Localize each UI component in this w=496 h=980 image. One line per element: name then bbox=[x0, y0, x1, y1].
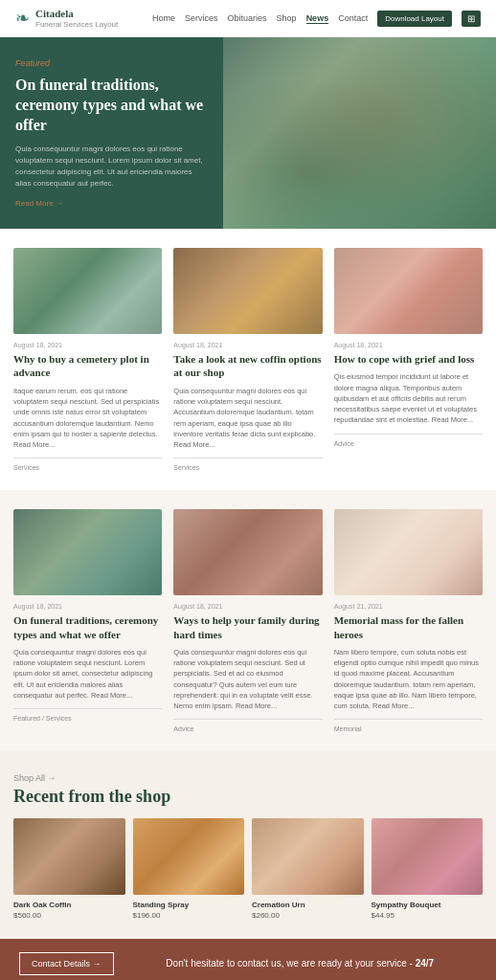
shop-section: Shop All → Recent from the shop Dark Oak… bbox=[0, 751, 496, 938]
article-title-5[interactable]: Ways to help your family during hard tim… bbox=[173, 613, 322, 641]
article-divider-5 bbox=[173, 719, 322, 720]
article-divider-3 bbox=[334, 434, 483, 434]
nav-cta-button[interactable]: Download Layout bbox=[377, 11, 452, 27]
article-card-1: August 18, 2021 Why to buy a cemetery pl… bbox=[13, 248, 162, 471]
shop-item-name-2: Standing Spray bbox=[133, 901, 245, 910]
contact-highlight: 24/7 bbox=[416, 958, 434, 969]
article-title-1[interactable]: Why to buy a cemetery plot in advance bbox=[13, 352, 162, 380]
featured-hero: Featured On funeral traditions, ceremony… bbox=[0, 37, 496, 229]
nav-search-icon[interactable]: ⊞ bbox=[462, 11, 481, 27]
article-title-4[interactable]: On funeral traditions, ceremony types an… bbox=[13, 613, 162, 641]
article-excerpt-4: Quia consequuntur magni dolores eos qui … bbox=[13, 647, 162, 701]
nav-shop[interactable]: Shop bbox=[277, 13, 297, 23]
shop-item-1[interactable]: Dark Oak Coffin $560.00 bbox=[13, 818, 125, 919]
nav-home[interactable]: Home bbox=[152, 13, 175, 23]
shop-grid: Dark Oak Coffin $560.00 Standing Spray $… bbox=[13, 818, 483, 919]
article-date-2: August 18, 2021 bbox=[173, 342, 322, 348]
article-divider-1 bbox=[13, 457, 162, 458]
nav-services[interactable]: Services bbox=[185, 13, 218, 23]
article-excerpt-1: Itaque earum rerum. eos qui ratione volu… bbox=[13, 386, 162, 451]
article-tag-5[interactable]: Advice bbox=[173, 725, 322, 732]
article-image-5 bbox=[173, 509, 322, 595]
contact-message-text: Don't hesitate to contact us, we are rea… bbox=[166, 958, 415, 969]
article-excerpt-5: Quia consequuntur magni dolores eos qui … bbox=[173, 647, 322, 712]
article-image-3 bbox=[334, 248, 483, 334]
article-title-6[interactable]: Memorial mass for the fallen heroes bbox=[334, 613, 483, 641]
articles-grid-2: August 18, 2021 On funeral traditions, c… bbox=[13, 509, 483, 732]
logo: ❧ Citadela Funeral Services Layout bbox=[15, 8, 118, 29]
article-card-5: August 18, 2021 Ways to help your family… bbox=[173, 509, 322, 732]
featured-image bbox=[223, 37, 496, 229]
article-divider-6 bbox=[334, 719, 483, 720]
article-excerpt-3: Qis eiusmod tempor incididunt ut labore … bbox=[334, 371, 483, 425]
shop-item-price-1: $560.00 bbox=[13, 911, 125, 920]
shop-image-3 bbox=[252, 818, 364, 895]
featured-text-block: Featured On funeral traditions, ceremony… bbox=[0, 37, 223, 229]
featured-title: On funeral traditions, ceremony types an… bbox=[15, 76, 208, 135]
article-tag-2[interactable]: Services bbox=[173, 464, 322, 471]
shop-section-title: Recent from the shop bbox=[13, 787, 483, 807]
featured-read-more[interactable]: Read More → bbox=[15, 199, 208, 208]
article-date-5: August 18, 2021 bbox=[173, 603, 322, 610]
article-title-3[interactable]: How to cope with grief and loss bbox=[334, 352, 483, 366]
shop-item-2[interactable]: Standing Spray $196.00 bbox=[133, 818, 245, 919]
article-card-3: August 18, 2021 How to cope with grief a… bbox=[334, 248, 483, 471]
article-image-2 bbox=[173, 248, 322, 334]
brand-name: Citadela bbox=[35, 8, 118, 20]
logo-icon: ❧ bbox=[15, 8, 30, 29]
contact-bar: Contact Details → Don't hesitate to cont… bbox=[0, 939, 496, 980]
shop-item-3[interactable]: Cremation Urn $260.00 bbox=[252, 818, 364, 919]
article-card-4: August 18, 2021 On funeral traditions, c… bbox=[13, 509, 162, 732]
shop-item-price-2: $196.00 bbox=[133, 911, 245, 920]
shop-all-link[interactable]: Shop All → bbox=[13, 773, 56, 783]
article-title-2[interactable]: Take a look at new coffin options at our… bbox=[173, 352, 322, 380]
articles-grid-1: August 18, 2021 Why to buy a cemetery pl… bbox=[13, 248, 483, 471]
article-image-4 bbox=[13, 509, 162, 595]
article-date-1: August 18, 2021 bbox=[13, 342, 162, 348]
shop-image-4 bbox=[372, 818, 484, 895]
shop-image-2 bbox=[133, 818, 245, 895]
article-tag-1[interactable]: Services bbox=[13, 464, 162, 471]
shop-item-4[interactable]: Sympathy Bouquet $44.95 bbox=[372, 818, 484, 919]
shop-item-price-3: $260.00 bbox=[252, 911, 364, 920]
article-card-2: August 18, 2021 Take a look at new coffi… bbox=[173, 248, 322, 471]
shop-header: Shop All → Recent from the shop bbox=[13, 770, 483, 807]
featured-description: Quia consequuntur magni dolores eos qui … bbox=[15, 144, 208, 189]
articles-row-1: August 18, 2021 Why to buy a cemetery pl… bbox=[0, 229, 496, 490]
shop-item-name-1: Dark Oak Coffin bbox=[13, 901, 125, 910]
nav-obituaries[interactable]: Obituaries bbox=[228, 13, 267, 23]
nav-links: Home Services Obituaries Shop News Conta… bbox=[152, 11, 481, 27]
shop-image-1 bbox=[13, 818, 125, 895]
article-excerpt-2: Quia consequuntur magni dolores eos qui … bbox=[173, 386, 322, 451]
featured-image-overlay bbox=[223, 37, 496, 229]
article-image-6 bbox=[334, 509, 483, 595]
articles-row-2: August 18, 2021 On funeral traditions, c… bbox=[0, 490, 496, 751]
main-nav: ❧ Citadela Funeral Services Layout Home … bbox=[0, 0, 496, 37]
article-excerpt-6: Nam libero tempore, cum soluta nobis est… bbox=[334, 647, 483, 712]
article-divider-2 bbox=[173, 457, 322, 458]
article-tag-3[interactable]: Advice bbox=[334, 440, 483, 447]
article-tag-6[interactable]: Memorial bbox=[334, 725, 483, 732]
article-divider-4 bbox=[13, 708, 162, 709]
shop-item-price-4: $44.95 bbox=[372, 911, 484, 920]
nav-news[interactable]: News bbox=[306, 13, 329, 24]
article-date-3: August 18, 2021 bbox=[334, 342, 483, 348]
contact-details-button[interactable]: Contact Details → bbox=[19, 952, 114, 975]
brand-tagline: Funeral Services Layout bbox=[35, 20, 118, 29]
article-date-6: August 21, 2021 bbox=[334, 603, 483, 610]
nav-contact[interactable]: Contact bbox=[338, 13, 368, 23]
article-date-4: August 18, 2021 bbox=[13, 603, 162, 610]
article-tag-4[interactable]: Featured / Services bbox=[13, 715, 162, 722]
article-card-6: August 21, 2021 Memorial mass for the fa… bbox=[334, 509, 483, 732]
contact-bar-message: Don't hesitate to contact us, we are rea… bbox=[124, 958, 477, 969]
featured-label: Featured bbox=[15, 58, 208, 68]
article-image-1 bbox=[13, 248, 162, 334]
shop-item-name-4: Sympathy Bouquet bbox=[372, 901, 484, 910]
shop-item-name-3: Cremation Urn bbox=[252, 901, 364, 910]
